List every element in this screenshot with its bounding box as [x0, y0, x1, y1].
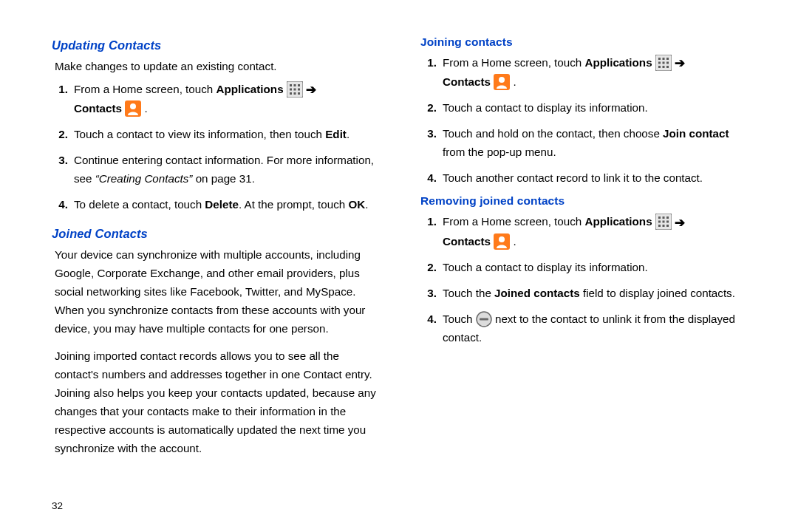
step-number: 4.	[55, 195, 68, 214]
step-body: Continue entering contact information. F…	[74, 151, 385, 188]
step-text: .	[141, 102, 147, 115]
joined-paragraph-1: Your device can synchronize with multipl…	[55, 245, 385, 338]
contacts-label: Contacts	[443, 235, 491, 248]
step-body: Touch next to the contact to unlink it f…	[443, 310, 754, 347]
step-text: on page 31.	[192, 172, 254, 185]
step-text: Touch the	[443, 287, 494, 299]
step-item: 1. From a Home screen, touch Application…	[423, 53, 754, 91]
applications-label: Applications	[584, 215, 652, 228]
step-body: From a Home screen, touch Applications ➔…	[443, 53, 754, 91]
step-body: Touch a contact to view its information,…	[74, 125, 385, 143]
step-number: 2.	[55, 125, 68, 143]
step-text: To delete a contact, touch	[74, 198, 205, 211]
step-number: 3.	[55, 151, 68, 188]
apps-grid-icon	[287, 81, 303, 98]
step-number: 4.	[423, 168, 437, 187]
step-text: Touch and hold on the contact, then choo…	[443, 127, 663, 140]
step-body: Touch another contact record to link it …	[443, 168, 754, 187]
contacts-icon	[494, 233, 510, 250]
joined-contacts-label: Joined contacts	[494, 287, 580, 299]
step-body: Touch the Joined contacts field to displ…	[443, 284, 754, 302]
applications-label: Applications	[216, 83, 283, 95]
step-body: From a Home screen, touch Applications ➔…	[74, 80, 385, 117]
join-contact-label: Join contact	[663, 127, 729, 140]
delete-label: Delete	[205, 198, 239, 211]
step-body: From a Home screen, touch Applications ➔…	[443, 212, 754, 250]
apps-grid-icon	[655, 55, 672, 71]
manual-page: Updating Contacts Make changes to update…	[0, 0, 798, 532]
left-column: Updating Contacts Make changes to update…	[52, 33, 385, 466]
step-text: field to display joined contacts.	[580, 287, 735, 299]
step-item: 3. Touch and hold on the contact, then c…	[423, 124, 754, 161]
arrow-icon: ➔	[675, 214, 685, 232]
subheading-removing: Removing joined contacts	[420, 194, 754, 208]
section-heading-joined: Joined Contacts	[52, 227, 385, 241]
step-text: .	[365, 198, 368, 211]
step-text: .	[510, 75, 516, 88]
step-item: 4. To delete a contact, touch Delete. At…	[55, 195, 385, 214]
step-text: From a Home screen, touch	[74, 83, 216, 95]
two-column-layout: Updating Contacts Make changes to update…	[52, 33, 754, 466]
step-text: .	[347, 128, 349, 140]
contacts-icon	[494, 74, 510, 90]
updating-steps: 1. From a Home screen, touch Application…	[52, 80, 385, 214]
step-item: 4. Touch next to the contact to unlink i…	[423, 310, 754, 347]
step-number: 2.	[423, 258, 437, 276]
removing-steps: 1. From a Home screen, touch Application…	[420, 212, 754, 346]
section-heading-updating: Updating Contacts	[52, 38, 385, 52]
contacts-label: Contacts	[443, 75, 491, 88]
step-item: 2. Touch a contact to display its inform…	[423, 258, 754, 276]
cross-reference: “Creating Contacts”	[95, 172, 193, 185]
step-text: Touch a contact to view its information,…	[74, 128, 325, 140]
arrow-icon: ➔	[675, 54, 685, 72]
step-body: Touch a contact to display its informati…	[443, 98, 754, 117]
joining-steps: 1. From a Home screen, touch Application…	[420, 53, 754, 187]
intro-text: Make changes to update an existing conta…	[55, 57, 385, 75]
step-number: 1.	[423, 53, 437, 91]
step-number: 3.	[423, 124, 437, 161]
step-item: 3. Continue entering contact information…	[55, 151, 385, 188]
page-number: 32	[52, 500, 63, 511]
joined-paragraph-2: Joining imported contact records allows …	[55, 347, 385, 457]
remove-icon	[476, 311, 492, 327]
step-text: From a Home screen, touch	[443, 56, 584, 69]
step-item: 2. Touch a contact to view its informati…	[55, 125, 385, 143]
applications-label: Applications	[584, 56, 652, 69]
step-body: Touch a contact to display its informati…	[443, 258, 754, 276]
step-text: . At the prompt, touch	[239, 198, 349, 211]
step-item: 1. From a Home screen, touch Application…	[423, 212, 754, 250]
step-text: .	[510, 235, 516, 248]
step-item: 1. From a Home screen, touch Application…	[55, 80, 385, 117]
step-number: 4.	[423, 310, 437, 347]
contacts-icon	[125, 100, 141, 117]
arrow-icon: ➔	[306, 81, 316, 99]
step-text: from the pop-up menu.	[443, 146, 556, 158]
edit-label: Edit	[325, 128, 347, 140]
step-item: 4. Touch another contact record to link …	[423, 168, 754, 187]
step-number: 1.	[55, 80, 68, 117]
apps-grid-icon	[655, 214, 672, 230]
ok-label: OK	[349, 198, 366, 211]
contacts-label: Contacts	[74, 102, 122, 115]
step-body: Touch and hold on the contact, then choo…	[443, 124, 754, 161]
step-text: Touch	[443, 313, 476, 325]
right-column: Joining contacts 1. From a Home screen, …	[420, 33, 754, 466]
step-text: From a Home screen, touch	[443, 215, 584, 228]
step-number: 1.	[423, 212, 437, 250]
step-item: 3. Touch the Joined contacts field to di…	[423, 284, 754, 302]
step-item: 2. Touch a contact to display its inform…	[423, 98, 754, 117]
subheading-joining: Joining contacts	[420, 35, 754, 49]
step-number: 3.	[423, 284, 437, 302]
step-number: 2.	[423, 98, 437, 117]
step-body: To delete a contact, touch Delete. At th…	[74, 195, 385, 214]
